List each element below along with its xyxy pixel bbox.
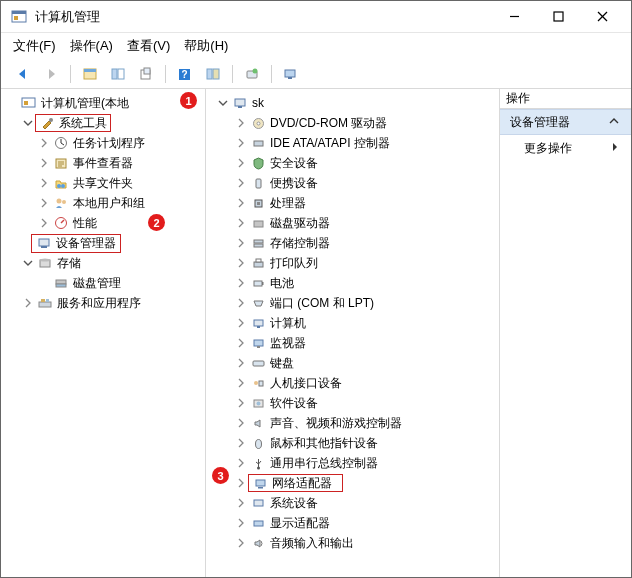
storage-icon xyxy=(37,255,53,271)
toolbar-sep xyxy=(271,65,272,83)
tree-performance[interactable]: 性能 xyxy=(3,213,203,233)
svg-rect-67 xyxy=(258,487,263,489)
ide-icon xyxy=(250,135,266,151)
device-mouse[interactable]: 鼠标和其他指针设备 xyxy=(214,433,497,453)
device-ports[interactable]: 端口 (COM 和 LPT) xyxy=(214,293,497,313)
maximize-button[interactable] xyxy=(545,4,571,30)
device-security[interactable]: 安全设备 xyxy=(214,153,497,173)
device-root[interactable]: sk xyxy=(214,93,497,113)
actions-section-title[interactable]: 设备管理器 xyxy=(500,109,631,135)
device-ide[interactable]: IDE ATA/ATAPI 控制器 xyxy=(214,133,497,153)
tree-services-apps[interactable]: 服务和应用程序 xyxy=(3,293,203,313)
device-diskdrive[interactable]: 磁盘驱动器 xyxy=(214,213,497,233)
properties-button[interactable] xyxy=(106,62,130,86)
tree-storage[interactable]: 存储 xyxy=(3,253,203,273)
menu-help[interactable]: 帮助(H) xyxy=(184,37,228,55)
device-tree[interactable]: 3 sk DVD/CD-ROM 驱动器 IDE ATA/ATAPI 控制器 安全… xyxy=(206,89,500,577)
printer-icon xyxy=(250,255,266,271)
actions-header: 操作 xyxy=(500,89,631,109)
svg-rect-49 xyxy=(254,240,263,243)
tree-disk-management[interactable]: 磁盘管理 xyxy=(3,273,203,293)
device-storage-ctrl[interactable]: 存储控制器 xyxy=(214,233,497,253)
tree-task-scheduler[interactable]: 任务计划程序 xyxy=(3,133,203,153)
svg-rect-20 xyxy=(288,77,292,79)
chevron-right-icon xyxy=(234,196,248,210)
port-icon xyxy=(250,295,266,311)
chevron-right-icon xyxy=(234,316,248,330)
system-icon xyxy=(250,495,266,511)
svg-point-23 xyxy=(49,118,53,122)
device-usb[interactable]: 通用串行总线控制器 xyxy=(214,453,497,473)
tree-event-viewer[interactable]: 事件查看器 xyxy=(3,153,203,173)
svg-rect-15 xyxy=(207,69,212,79)
chevron-right-icon xyxy=(234,456,248,470)
chevron-down-icon xyxy=(21,116,35,130)
svg-rect-57 xyxy=(254,340,263,346)
forward-button[interactable] xyxy=(39,62,63,86)
device-dvd[interactable]: DVD/CD-ROM 驱动器 xyxy=(214,113,497,133)
display-adapter-icon xyxy=(250,515,266,531)
services-icon xyxy=(37,295,53,311)
device-portable[interactable]: 便携设备 xyxy=(214,173,497,193)
svg-rect-9 xyxy=(112,69,117,79)
device-computer[interactable]: 计算机 xyxy=(214,313,497,333)
svg-rect-32 xyxy=(41,246,47,248)
scan-hardware-button[interactable] xyxy=(240,62,264,86)
tree-shared-folders[interactable]: 共享文件夹 xyxy=(3,173,203,193)
tree-root-computer-mgmt[interactable]: 计算机管理(本地 xyxy=(3,93,203,113)
tools-icon xyxy=(39,115,55,131)
device-manager-icon xyxy=(36,235,52,251)
device-hid[interactable]: 人机接口设备 xyxy=(214,373,497,393)
chevron-down-icon xyxy=(216,96,230,110)
device-monitor[interactable]: 监视器 xyxy=(214,333,497,353)
svg-point-63 xyxy=(256,401,260,405)
battery-icon xyxy=(250,275,266,291)
export-button[interactable] xyxy=(134,62,158,86)
device-display[interactable]: 显示适配器 xyxy=(214,513,497,533)
monitor-icon xyxy=(250,335,266,351)
device-sound[interactable]: 声音、视频和游戏控制器 xyxy=(214,413,497,433)
dvd-icon xyxy=(250,115,266,131)
minimize-button[interactable] xyxy=(501,4,527,30)
device-software[interactable]: 软件设备 xyxy=(214,393,497,413)
tree-system-tools[interactable]: 系统工具 xyxy=(3,113,203,133)
help-button[interactable]: ? xyxy=(173,62,197,86)
device-keyboard[interactable]: 键盘 xyxy=(214,353,497,373)
device-sysdev[interactable]: 系统设备 xyxy=(214,493,497,513)
chevron-right-icon xyxy=(37,136,51,150)
show-hide-tree-button[interactable] xyxy=(78,62,102,86)
devices-button[interactable] xyxy=(279,62,303,86)
menu-view[interactable]: 查看(V) xyxy=(127,37,170,55)
device-cpu[interactable]: 处理器 xyxy=(214,193,497,213)
scope-tree[interactable]: 1 2 计算机管理(本地 系统工具 任务计划程序 xyxy=(1,89,206,577)
svg-text:?: ? xyxy=(181,69,187,80)
chevron-right-icon xyxy=(234,116,248,130)
close-button[interactable] xyxy=(589,4,615,30)
device-network[interactable]: 网络适配器 xyxy=(214,473,497,493)
tree-local-users[interactable]: 本地用户和组 xyxy=(3,193,203,213)
back-button[interactable] xyxy=(11,62,35,86)
chevron-right-icon xyxy=(234,416,248,430)
device-printq[interactable]: 打印队列 xyxy=(214,253,497,273)
svg-rect-56 xyxy=(257,326,260,328)
svg-rect-38 xyxy=(41,299,45,302)
menu-action[interactable]: 操作(A) xyxy=(70,37,113,55)
action-button[interactable] xyxy=(201,62,225,86)
svg-rect-51 xyxy=(254,262,263,267)
cpu-icon xyxy=(250,195,266,211)
device-audio-io[interactable]: 音频输入和输出 xyxy=(214,533,497,553)
chevron-right-icon xyxy=(234,516,248,530)
svg-rect-50 xyxy=(254,244,263,247)
svg-rect-68 xyxy=(254,500,263,506)
chevron-right-icon xyxy=(234,156,248,170)
actions-more[interactable]: 更多操作 xyxy=(500,135,631,161)
svg-rect-40 xyxy=(235,99,245,106)
menu-file[interactable]: 文件(F) xyxy=(13,37,56,55)
event-viewer-icon xyxy=(53,155,69,171)
device-battery[interactable]: 电池 xyxy=(214,273,497,293)
svg-rect-10 xyxy=(118,69,124,79)
audio-io-icon xyxy=(250,535,266,551)
chevron-right-icon xyxy=(611,141,619,155)
tree-device-manager[interactable]: 设备管理器 xyxy=(3,233,203,253)
svg-rect-31 xyxy=(39,239,49,246)
